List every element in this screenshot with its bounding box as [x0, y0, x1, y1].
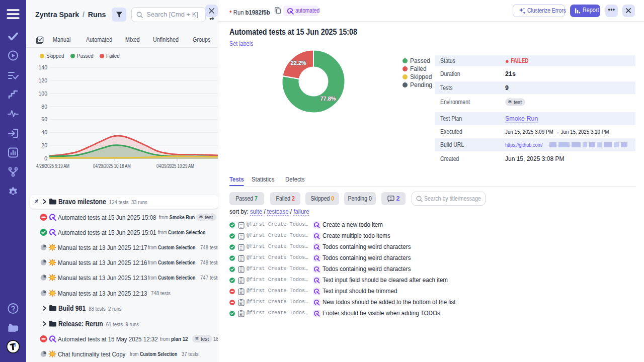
svg-text:22.2%: 22.2% — [290, 60, 306, 66]
svg-text:77.8%: 77.8% — [320, 96, 336, 102]
